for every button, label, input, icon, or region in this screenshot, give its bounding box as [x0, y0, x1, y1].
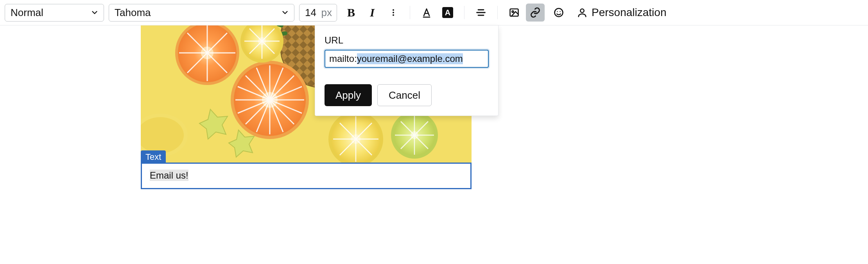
- svg-point-10: [557, 11, 558, 12]
- personalization-label: Personalization: [592, 6, 666, 19]
- paragraph-style-select[interactable]: Normal: [5, 4, 104, 22]
- text-block[interactable]: Text Email us!: [141, 163, 472, 189]
- svg-point-0: [393, 9, 394, 11]
- url-prefix-text: mailto:: [329, 53, 357, 64]
- editor-canvas: Text Email us! URL mailto:youremail@exam…: [0, 25, 868, 264]
- selected-text: Email us!: [150, 170, 188, 181]
- svg-point-12: [580, 9, 584, 13]
- link-icon: [530, 7, 541, 18]
- url-input[interactable]: mailto:youremail@example.com: [325, 50, 489, 68]
- chevron-down-icon: [281, 8, 289, 17]
- personalization-button[interactable]: Personalization: [573, 6, 670, 19]
- svg-point-11: [560, 11, 560, 12]
- svg-point-9: [555, 9, 563, 17]
- link-url-popover: URL mailto:youremail@example.com Apply C…: [315, 25, 499, 116]
- more-icon: [389, 7, 398, 18]
- separator: [464, 6, 464, 19]
- font-size-unit: px: [321, 7, 332, 19]
- more-format-button[interactable]: [384, 4, 403, 22]
- separator: [497, 6, 498, 19]
- paragraph-style-label: Normal: [11, 7, 43, 19]
- italic-button[interactable]: I: [363, 4, 382, 22]
- font-size-value: 14: [305, 7, 316, 19]
- svg-point-8: [512, 11, 513, 13]
- emoji-icon: [553, 7, 564, 18]
- background-color-icon: A: [442, 7, 453, 18]
- link-button[interactable]: [526, 4, 545, 22]
- separator: [410, 6, 410, 19]
- font-size-input[interactable]: 14 px: [299, 4, 337, 22]
- svg-point-1: [393, 12, 394, 13]
- text-content[interactable]: Email us!: [142, 164, 470, 188]
- font-family-select[interactable]: Tahoma: [109, 4, 294, 22]
- text-format-group: B I: [342, 4, 403, 22]
- popover-buttons: Apply Cancel: [325, 84, 489, 106]
- cancel-button[interactable]: Cancel: [377, 84, 432, 106]
- text-color-icon: [421, 7, 432, 18]
- font-family-label: Tahoma: [115, 7, 151, 19]
- bold-button[interactable]: B: [342, 4, 360, 22]
- image-button[interactable]: [505, 4, 524, 22]
- url-selected-text: youremail@example.com: [357, 53, 463, 64]
- image-icon: [509, 7, 520, 18]
- svg-point-2: [393, 14, 394, 16]
- insert-group: [505, 4, 545, 22]
- chevron-down-icon: [90, 8, 99, 17]
- block-type-tag: Text: [141, 150, 166, 164]
- user-icon: [577, 7, 588, 18]
- align-button[interactable]: [472, 4, 490, 22]
- italic-icon: I: [370, 6, 375, 19]
- color-group: A: [417, 4, 457, 22]
- emoji-button[interactable]: [549, 4, 568, 22]
- align-icon: [475, 7, 486, 18]
- background-color-button[interactable]: A: [438, 4, 457, 22]
- editor-toolbar: Normal Tahoma 14 px B I: [0, 0, 868, 25]
- bold-icon: B: [347, 6, 355, 19]
- url-field-label: URL: [325, 35, 489, 46]
- text-color-button[interactable]: [417, 4, 436, 22]
- apply-button[interactable]: Apply: [325, 84, 372, 106]
